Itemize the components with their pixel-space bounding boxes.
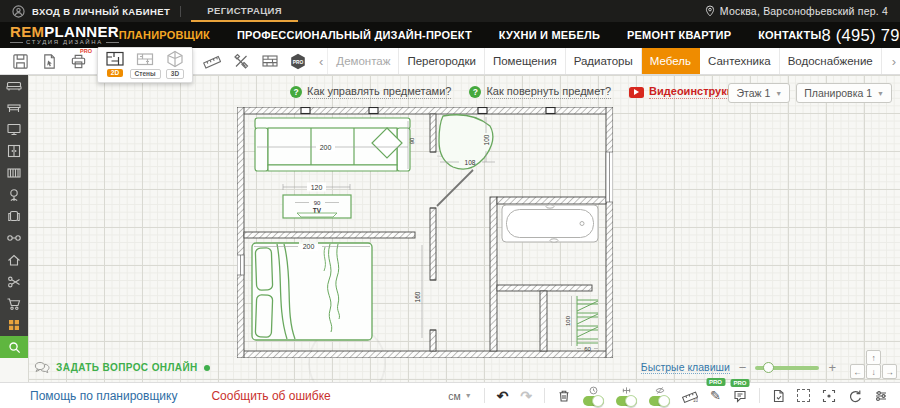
zoom-controls: Быстрые клавиши − + — [641, 361, 836, 374]
bathtub[interactable] — [502, 205, 598, 242]
sidebar-item-armchair[interactable] — [0, 206, 28, 228]
view-3d-button[interactable]: 3D — [162, 50, 188, 80]
floor-plan[interactable]: 200 90 120 90 TV — [237, 107, 613, 358]
tab-santehnika[interactable]: Сантехника — [700, 48, 780, 74]
comment-button[interactable]: PRO — [733, 389, 747, 403]
pan-down-button[interactable]: ↓ — [866, 364, 881, 379]
area-ruler-icon[interactable] — [202, 51, 222, 71]
layout-select[interactable]: Планировка 1▼ — [796, 83, 892, 103]
corner-shower[interactable]: 108 100 — [439, 115, 495, 169]
tab-demontazh[interactable]: Демонтаж — [328, 48, 399, 74]
sidebar-item-table[interactable] — [0, 97, 28, 119]
tab-peregorodki[interactable]: Перегородки — [399, 48, 485, 74]
svg-text:90: 90 — [409, 137, 415, 144]
toggle-switch[interactable] — [616, 396, 637, 406]
plan-selectors: Этаж 1▼ Планировка 1▼ — [728, 83, 892, 103]
view-walls-button[interactable]: Стены — [132, 50, 158, 80]
zoom-out-icon[interactable]: − — [739, 361, 747, 374]
sidebar-item-dumbbell[interactable] — [0, 227, 28, 249]
tabs-scroll-right-icon[interactable]: › — [888, 54, 900, 69]
plan-canvas[interactable]: ? Как управлять предметами? ? Как поверн… — [28, 75, 900, 382]
sidebar-item-catalog[interactable] — [0, 314, 28, 336]
save-template-button[interactable] — [772, 389, 785, 403]
toggle-switch[interactable] — [583, 396, 604, 406]
pro-badge[interactable]: PRO — [289, 52, 307, 70]
online-status-dot — [204, 365, 210, 371]
nav-renovation[interactable]: РЕМОНТ КВАРТИР — [627, 29, 731, 41]
sidebar-item-cart[interactable] — [0, 293, 28, 315]
reset-rotation-button[interactable] — [848, 389, 862, 403]
pan-right-button[interactable]: → — [882, 364, 897, 379]
delete-button[interactable] — [557, 389, 571, 403]
rotate-icon — [848, 389, 862, 403]
sidebar-item-sofa[interactable] — [0, 75, 28, 97]
svg-text:200: 200 — [320, 144, 332, 151]
tools-icon[interactable] — [231, 51, 251, 71]
view-2d-button[interactable]: 2D — [102, 50, 128, 78]
zoom-slider-handle[interactable] — [763, 362, 774, 373]
online-chat-link[interactable]: ЗАДАТЬ ВОПРОС ОНЛАЙН — [34, 361, 210, 374]
sliders-icon — [874, 389, 888, 403]
nav-contacts[interactable]: КОНТАКТЫ — [758, 29, 821, 41]
tab-radiatory[interactable]: Радиаторы — [566, 48, 642, 74]
tab-vodosnabzhenie[interactable]: Водоснабжение — [780, 48, 882, 74]
export-file-icon[interactable] — [39, 51, 59, 71]
sofa-icon — [6, 78, 22, 94]
sidebar-item-crib[interactable] — [0, 162, 28, 184]
pro-pill: PRO — [730, 379, 749, 387]
floor-select[interactable]: Этаж 1▼ — [728, 83, 790, 103]
sidebar-item-scissors[interactable] — [0, 271, 28, 293]
brick-wall-icon[interactable] — [260, 51, 280, 71]
planner-help-link[interactable]: Помощь по планировщику — [30, 389, 177, 403]
toggle-dimensions[interactable] — [616, 386, 637, 406]
help-rotate-link[interactable]: ? Как повернуть предмет? — [469, 85, 611, 99]
bed[interactable] — [252, 243, 372, 340]
sidebar-item-home[interactable] — [0, 249, 28, 271]
toggle-switch[interactable] — [649, 396, 670, 406]
monitor-icon — [6, 121, 22, 137]
logo-text: REMPLANNER — [10, 25, 119, 38]
desk-chair-icon — [6, 187, 22, 203]
towel-radiator[interactable] — [577, 296, 598, 346]
tabs-scroll-left-icon[interactable]: ‹ — [315, 54, 327, 69]
cart-icon — [6, 296, 22, 312]
report-error-link[interactable]: Сообщить об ошибке — [211, 389, 330, 403]
sidebar-item-wardrobe[interactable] — [0, 140, 28, 162]
sidebar-item-tv[interactable] — [0, 119, 28, 141]
settings-button[interactable] — [874, 389, 888, 403]
pan-left-button[interactable]: ← — [850, 364, 865, 379]
trash-icon — [557, 389, 571, 403]
zoom-slider[interactable] — [755, 366, 819, 370]
topbar-location: Москва, Варсонофьевский пер. 4 — [705, 0, 900, 22]
redo-button[interactable]: ↷ — [520, 388, 532, 404]
nav-kitchens[interactable]: КУХНИ И МЕБЕЛЬ — [499, 29, 600, 41]
draw-button[interactable]: PRO ✎ — [710, 388, 721, 403]
toggle-snap[interactable] — [583, 386, 604, 406]
register-link[interactable]: РЕГИСТРАЦИЯ — [191, 0, 298, 22]
tv-stand[interactable]: 120 90 TV — [283, 183, 351, 219]
help-manage-link[interactable]: ? Как управлять предметами? — [290, 85, 451, 99]
login-link[interactable]: ВХОД В ЛИЧНЫЙ КАБИНЕТ — [32, 6, 170, 17]
print-icon[interactable]: PRO — [68, 51, 88, 71]
toggle-visibility[interactable] — [649, 386, 670, 406]
measure-button[interactable]: 10 — [682, 388, 698, 403]
center-view-button[interactable] — [822, 389, 836, 403]
zoom-in-icon[interactable]: + — [828, 361, 836, 374]
sidebar-item-search[interactable] — [0, 336, 28, 358]
select-area-button[interactable] — [797, 389, 810, 402]
apps-grid-icon — [7, 318, 21, 332]
hotkeys-link[interactable]: Быстрые клавиши — [641, 361, 730, 374]
svg-text:10: 10 — [693, 398, 698, 403]
pan-up-button[interactable]: ↑ — [866, 350, 881, 365]
svg-text:TV: TV — [313, 207, 322, 214]
save-icon[interactable] — [10, 51, 30, 71]
tab-mebel[interactable]: Мебель — [642, 48, 700, 74]
tab-pomescheniya[interactable]: Помещения — [485, 48, 566, 74]
view-switcher: 2D Стены 3D — [97, 47, 193, 83]
home-icon — [6, 252, 22, 268]
sidebar-item-desk-chair[interactable] — [0, 184, 28, 206]
units-select[interactable]: см▼ — [448, 390, 471, 402]
question-icon: ? — [469, 86, 481, 98]
undo-button[interactable]: ↶ — [497, 388, 509, 404]
table-icon — [6, 100, 22, 116]
